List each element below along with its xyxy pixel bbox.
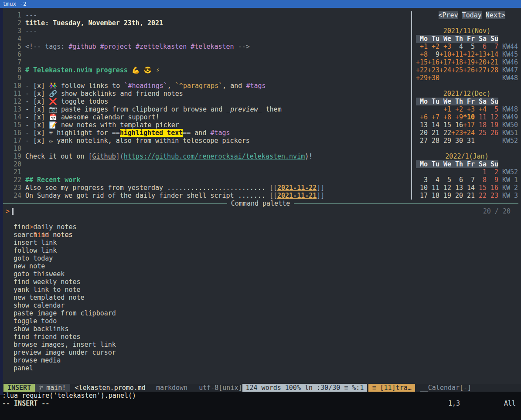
palette-item[interactable]: search in notes (0, 231, 521, 239)
calendar-day[interactable]: 16 (487, 184, 498, 192)
calendar-day[interactable]: +27 (475, 66, 487, 74)
calendar-next-button[interactable]: Next> (486, 11, 505, 19)
palette-item[interactable]: toggle todo (0, 317, 521, 325)
calendar-day[interactable]: 17 (416, 192, 428, 200)
calendar-day[interactable]: +26 (463, 66, 475, 74)
calendar-day[interactable]: +30 (428, 74, 439, 82)
calendar-day[interactable]: +12 (463, 51, 475, 58)
calendar-day[interactable]: +28 (487, 66, 498, 74)
calendar-day[interactable]: 9 (487, 176, 498, 184)
calendar-day[interactable]: 11 (428, 184, 439, 192)
calendar-day[interactable]: 22 (439, 129, 451, 137)
editor-line[interactable]: 23Also see my progress from yesterday ..… (6, 184, 411, 192)
palette-item[interactable]: new note (0, 262, 521, 270)
calendar-day[interactable]: *10 (463, 113, 475, 121)
calendar-day[interactable]: 4 (428, 176, 439, 184)
palette-item[interactable]: yank link to note (0, 286, 521, 294)
calendar-day[interactable]: 21 (428, 129, 439, 137)
editor-line[interactable]: 11- [x] 🔗 show backlinks and friend note… (6, 90, 411, 98)
calendar-day[interactable]: 21 (463, 192, 475, 200)
palette-item[interactable]: find daily notes (0, 223, 521, 231)
calendar-day[interactable]: 18 (475, 121, 487, 129)
calendar-day[interactable]: 26 (487, 129, 498, 137)
editor-line[interactable]: 12- [x] ❌ toggle todos (6, 98, 411, 105)
calendar-day[interactable]: +19 (463, 58, 475, 66)
calendar-day[interactable]: 6 (475, 43, 487, 51)
calendar-today-button[interactable]: Today (462, 11, 482, 19)
calendar-day[interactable]: 19 (487, 121, 498, 129)
editor-line[interactable]: 5<!-- tags: #github #project #zettelkast… (6, 43, 411, 51)
calendar-day[interactable]: 5 (439, 176, 451, 184)
calendar-day[interactable]: 23 (487, 192, 498, 200)
calendar-day[interactable]: 15 (475, 184, 487, 192)
editor-line[interactable]: 20 (6, 160, 411, 168)
palette-item[interactable]: find weekly notes (0, 278, 521, 286)
editor-line[interactable]: 18 (6, 145, 411, 152)
calendar-day[interactable]: +22 (416, 66, 428, 74)
calendar-day[interactable]: 14 (463, 184, 475, 192)
editor-line[interactable]: 9 (6, 74, 411, 82)
palette-item[interactable]: preview image under cursor (0, 349, 521, 356)
palette-item[interactable]: goto thisweek (0, 270, 521, 278)
calendar-day[interactable]: +23 (428, 66, 439, 74)
calendar-day[interactable]: +24 (463, 129, 475, 137)
calendar-day[interactable]: +4 (475, 105, 487, 113)
editor-line[interactable]: 14- [x] 📅 awesome calendar support! (6, 113, 411, 121)
palette-item[interactable]: find friend notes (0, 333, 521, 341)
calendar-day[interactable]: 13 (451, 184, 463, 192)
palette-item[interactable]: goto today (0, 254, 521, 262)
calendar-day[interactable]: 20 (451, 192, 463, 200)
calendar-day[interactable]: +6 (416, 113, 428, 121)
calendar-day[interactable]: +14 (487, 51, 498, 58)
calendar-day[interactable]: +2 (428, 43, 439, 51)
calendar-day[interactable]: 5 (487, 105, 498, 113)
editor-line[interactable]: 19Check it out on [Github](https://githu… (6, 152, 411, 160)
calendar-day[interactable]: +7 (428, 113, 439, 121)
calendar-day[interactable]: 6 (451, 176, 463, 184)
editor-line[interactable]: 8# Telekasten.nvim progress 💪 😎 ⚡ (6, 66, 411, 74)
calendar-day[interactable]: +17 (439, 58, 451, 66)
calendar-day[interactable]: +16 (428, 58, 439, 66)
editor-line[interactable]: 16- [x] ☀ highlight for ==highlighted te… (6, 129, 411, 137)
calendar-day[interactable]: +23 (451, 129, 463, 137)
calendar-day[interactable]: +29 (416, 74, 428, 82)
palette-item[interactable]: follow link (0, 247, 521, 254)
palette-selected-item[interactable]: > find notes (0, 215, 521, 223)
calendar-day[interactable]: 7 (463, 176, 475, 184)
editor-line[interactable]: 10- [x] 👫 follow links to `#headings`, `… (6, 82, 411, 90)
calendar-day[interactable]: 4 (451, 43, 463, 51)
calendar-day[interactable]: 3 (416, 176, 428, 184)
calendar-day[interactable]: 13 (416, 121, 428, 129)
calendar-day[interactable]: 19 (439, 192, 451, 200)
calendar-day[interactable]: 2 (487, 168, 498, 176)
calendar-day[interactable]: 20 (416, 129, 428, 137)
editor-line[interactable]: 4 (6, 35, 411, 43)
calendar-day[interactable]: 1 (475, 168, 487, 176)
editor-line[interactable]: 22## Recent work (6, 176, 411, 184)
editor-line[interactable]: 2title: Tuesday, November 23th, 2021 (6, 19, 411, 27)
calendar-day[interactable]: +21 (487, 58, 498, 66)
editor-line[interactable]: 3--- (6, 27, 411, 35)
calendar-day[interactable]: 25 (475, 129, 487, 137)
palette-item[interactable]: browse media (0, 356, 521, 364)
calendar-day[interactable]: 11 (475, 113, 487, 121)
palette-item[interactable]: show calendar (0, 301, 521, 309)
calendar-day[interactable]: +20 (475, 58, 487, 66)
palette-item[interactable]: paste image from clipboard (0, 309, 521, 317)
command-line[interactable]: :lua require('telekasten').panel() (0, 392, 521, 400)
calendar-day[interactable]: +2 (451, 105, 463, 113)
editor-line[interactable]: 17- [x] ✏ yank notelink, also from withi… (6, 137, 411, 145)
calendar-day[interactable]: 29 (439, 137, 451, 145)
editor-pane[interactable]: 1---2title: Tuesday, November 23th, 2021… (0, 11, 411, 200)
calendar-day[interactable]: 8 (475, 176, 487, 184)
calendar-day[interactable]: +1 (439, 105, 451, 113)
calendar-day[interactable]: +8 (416, 51, 428, 58)
calendar-day[interactable]: +9 (451, 113, 463, 121)
calendar-day[interactable]: 30 (451, 137, 463, 145)
palette-item[interactable]: show backlinks (0, 325, 521, 333)
calendar-day[interactable]: +3 (463, 105, 475, 113)
palette-item[interactable]: insert link (0, 239, 521, 247)
calendar-day[interactable]: 31 (463, 137, 475, 145)
editor-line[interactable]: 13- [x] 📷 paste images from clipboard or… (6, 105, 411, 113)
calendar-day[interactable]: 7 (487, 43, 498, 51)
